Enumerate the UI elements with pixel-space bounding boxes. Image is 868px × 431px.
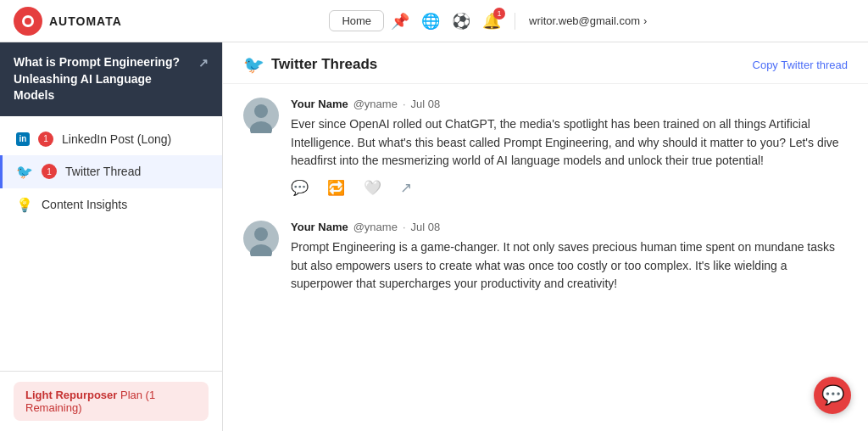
user-email: writor.web@gmail.com (529, 14, 640, 27)
sidebar-items: in 1 LinkedIn Post (Long) 🐦 1 Twitter Th… (0, 116, 222, 371)
twitter-header-icon: 🐦 (243, 54, 264, 75)
tweet-date: Jul 08 (411, 98, 441, 110)
twitter-label: Twitter Thread (65, 165, 141, 178)
app-header: AUTOMATA Home 📌 🌐 ⚽ 🔔 1 writor.web@gmail… (0, 0, 868, 42)
avatar (243, 221, 279, 256)
sidebar-item-linkedin[interactable]: in 1 LinkedIn Post (Long) (0, 123, 222, 155)
copy-twitter-button[interactable]: Copy Twitter thread (753, 59, 848, 71)
insights-label: Content Insights (42, 198, 127, 211)
tweet-row: Your Name @yname · Jul 08 Ever since Ope… (243, 98, 848, 197)
avatar (243, 98, 279, 133)
tweet-content: Your Name @yname · Jul 08 Prompt Enginee… (291, 221, 848, 302)
notification-badge: 1 (493, 8, 505, 20)
chat-button[interactable]: 💬 (814, 377, 851, 414)
tweet-actions: 💬 🔁 🤍 ↗ (291, 179, 848, 197)
tweet-meta: Your Name @yname · Jul 08 (291, 221, 848, 233)
avatar-svg (243, 221, 279, 256)
comment-icon[interactable]: 💬 (291, 179, 309, 197)
linkedin-label: LinkedIn Post (Long) (62, 132, 171, 146)
tweet-name: Your Name (291, 98, 348, 110)
tweet-date: Jul 08 (411, 221, 441, 233)
pin-icon[interactable]: 📌 (391, 12, 409, 31)
soccer-icon[interactable]: ⚽ (452, 12, 470, 31)
project-title-text: What is Prompt Engineering? Unleashing A… (14, 54, 192, 104)
sidebar-project-title: What is Prompt Engineering? Unleashing A… (0, 42, 222, 116)
avatar-svg (243, 98, 279, 133)
like-icon[interactable]: 🤍 (364, 179, 381, 197)
linkedin-badge: 1 (38, 132, 53, 147)
retweet-icon[interactable]: 🔁 (327, 179, 345, 197)
tweets-container: Your Name @yname · Jul 08 Ever since Ope… (223, 84, 868, 339)
chevron-right-icon: › (643, 14, 647, 27)
logo-text: AUTOMATA (49, 14, 122, 28)
main-title: Twitter Threads (271, 56, 377, 73)
twitter-title-area: 🐦 Twitter Threads (243, 54, 377, 75)
tweet-dot: · (403, 98, 406, 110)
header-icons: 📌 🌐 ⚽ 🔔 1 (391, 12, 501, 31)
sidebar-bottom: Light Repurposer Plan (1 Remaining) (0, 371, 222, 431)
tweet-meta: Your Name @yname · Jul 08 (291, 98, 848, 110)
tweet-handle: @yname (353, 98, 398, 110)
sidebar: What is Prompt Engineering? Unleashing A… (0, 42, 223, 431)
svg-point-4 (254, 227, 268, 241)
tweet-handle: @yname (353, 221, 398, 233)
twitter-icon: 🐦 (16, 164, 33, 180)
svg-point-1 (254, 104, 268, 118)
linkedin-icon: in (16, 132, 30, 146)
logo-area: AUTOMATA (14, 7, 122, 36)
external-link-icon[interactable]: ↗ (198, 56, 209, 70)
tweet-row: Your Name @yname · Jul 08 Prompt Enginee… (243, 221, 848, 302)
tweet-text: Ever since OpenAI rolled out ChatGPT, th… (291, 115, 848, 171)
logo-icon (14, 7, 42, 36)
tweet-content: Your Name @yname · Jul 08 Ever since Ope… (291, 98, 848, 197)
tweet-dot: · (403, 221, 406, 233)
body: What is Prompt Engineering? Unleashing A… (0, 42, 868, 431)
sidebar-item-insights[interactable]: 💡 Content Insights (0, 188, 222, 221)
chrome-icon[interactable]: 🌐 (421, 12, 440, 31)
plan-badge[interactable]: Light Repurposer Plan (1 Remaining) (14, 382, 209, 421)
main-content: 🐦 Twitter Threads Copy Twitter thread Yo… (223, 42, 868, 431)
tweet-name: Your Name (291, 221, 348, 233)
share-icon[interactable]: ↗ (400, 179, 412, 197)
header-divider (515, 13, 515, 30)
tweet-text: Prompt Engineering is a game-changer. It… (291, 238, 848, 294)
twitter-badge: 1 (42, 164, 57, 179)
bulb-icon: 💡 (16, 197, 33, 213)
plan-name: Light Repurposer (25, 389, 117, 401)
bell-wrapper[interactable]: 🔔 1 (482, 12, 501, 31)
header-center: Home 📌 🌐 ⚽ 🔔 1 writor.web@gmail.com › (122, 10, 854, 31)
main-header: 🐦 Twitter Threads Copy Twitter thread (223, 42, 868, 84)
home-button[interactable]: Home (329, 10, 384, 31)
user-menu[interactable]: writor.web@gmail.com › (529, 14, 647, 27)
sidebar-item-twitter[interactable]: 🐦 1 Twitter Thread (0, 155, 222, 188)
